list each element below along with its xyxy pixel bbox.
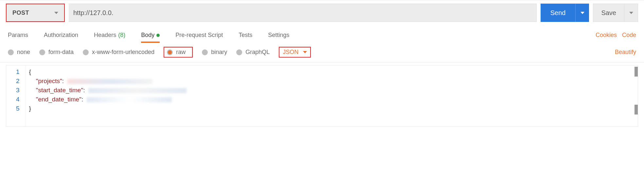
send-button[interactable]: Send <box>541 4 576 22</box>
chevron-down-icon <box>303 51 307 53</box>
body-urlencoded-radio[interactable]: x-www-form-urlencoded <box>83 49 154 56</box>
redacted-value <box>67 79 152 84</box>
chevron-down-icon <box>629 12 633 14</box>
body-format-select[interactable]: JSON <box>279 47 311 58</box>
scrollbar-thumb[interactable] <box>635 105 638 114</box>
tab-tests[interactable]: Tests <box>239 28 252 42</box>
line-number: 3 <box>16 86 20 95</box>
redacted-value <box>87 97 172 102</box>
tab-label: Tests <box>239 32 252 39</box>
http-method-select[interactable]: POST <box>6 4 65 22</box>
brace: } <box>29 105 31 112</box>
tab-label: Headers <box>94 32 116 39</box>
json-key: "projects" <box>36 78 62 84</box>
line-gutter: 1 2 3 4 5 <box>6 65 26 126</box>
radio-icon <box>39 49 45 55</box>
save-button[interactable]: Save <box>593 4 624 22</box>
radio-label: GraphQL <box>245 49 270 56</box>
body-raw-radio[interactable]: raw <box>164 47 193 58</box>
tab-label: Params <box>8 32 28 39</box>
radio-label: x-www-form-urlencoded <box>92 49 154 56</box>
format-label: JSON <box>283 49 298 56</box>
request-bar: POST Send Save <box>0 0 644 25</box>
tab-params[interactable]: Params <box>8 28 28 42</box>
headers-count: (8) <box>118 32 125 39</box>
chevron-down-icon <box>54 12 58 14</box>
body-formdata-radio[interactable]: form-data <box>39 49 74 56</box>
cookies-link[interactable]: Cookies <box>596 32 617 39</box>
scrollbar-thumb[interactable] <box>635 67 638 77</box>
http-method-label: POST <box>12 9 29 16</box>
radio-icon <box>167 49 173 55</box>
tab-label: Body <box>141 32 154 39</box>
tab-label: Settings <box>268 32 289 39</box>
tab-label: Pre-request Script <box>175 32 223 39</box>
tab-body[interactable]: Body <box>141 28 160 42</box>
line-number: 5 <box>16 104 20 113</box>
line-number: 4 <box>16 95 20 104</box>
tab-settings[interactable]: Settings <box>268 28 289 42</box>
json-key: "end_date_time" <box>36 96 81 103</box>
json-key: "start_date_time" <box>36 87 83 94</box>
beautify-link[interactable]: Beautify <box>615 49 636 56</box>
request-tabs: Params Authorization Headers (8) Body Pr… <box>0 25 644 42</box>
tab-authorization[interactable]: Authorization <box>44 28 78 42</box>
tab-prerequest[interactable]: Pre-request Script <box>175 28 223 42</box>
radio-icon <box>83 49 89 55</box>
code-area[interactable]: { "projects": "start_date_time": "end_da… <box>26 65 638 126</box>
body-editor[interactable]: 1 2 3 4 5 { "projects": "start_date_time… <box>6 65 638 127</box>
radio-icon <box>8 49 14 55</box>
url-input[interactable] <box>69 4 537 22</box>
body-binary-radio[interactable]: binary <box>202 49 227 56</box>
radio-label: binary <box>211 49 227 56</box>
tab-right-links: Cookies Code <box>596 32 636 39</box>
tab-label: Authorization <box>44 32 78 39</box>
body-type-options: none form-data x-www-form-urlencoded raw… <box>0 42 644 62</box>
radio-label: none <box>17 49 30 56</box>
radio-icon <box>236 49 242 55</box>
line-number: 2 <box>16 77 20 86</box>
redacted-value <box>88 88 187 93</box>
brace: { <box>29 68 31 75</box>
radio-icon <box>202 49 208 55</box>
send-dropdown-button[interactable] <box>575 4 589 22</box>
tab-headers[interactable]: Headers (8) <box>94 28 125 42</box>
save-button-group: Save <box>593 4 638 22</box>
radio-label: raw <box>176 49 186 56</box>
body-none-radio[interactable]: none <box>8 49 30 56</box>
send-button-group: Send <box>541 4 589 22</box>
line-number: 1 <box>16 67 20 77</box>
save-dropdown-button[interactable] <box>624 4 638 22</box>
radio-label: form-data <box>48 49 74 56</box>
chevron-down-icon <box>581 12 584 14</box>
code-link[interactable]: Code <box>622 32 636 39</box>
body-graphql-radio[interactable]: GraphQL <box>236 49 270 56</box>
unsaved-indicator-icon <box>156 34 160 37</box>
